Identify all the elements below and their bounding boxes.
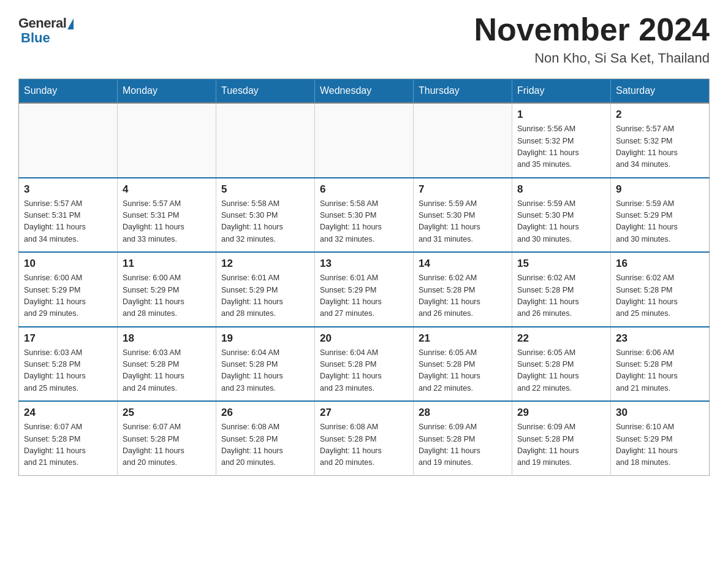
day-number: 12	[221, 258, 309, 270]
day-number: 5	[221, 183, 309, 196]
calendar-cell: 7Sunrise: 5:59 AM Sunset: 5:30 PM Daylig…	[414, 178, 512, 253]
day-info: Sunrise: 5:57 AM Sunset: 5:31 PM Dayligh…	[123, 198, 211, 246]
day-info: Sunrise: 6:04 AM Sunset: 5:28 PM Dayligh…	[221, 347, 309, 395]
day-number: 27	[320, 407, 408, 419]
logo-triangle-icon	[67, 18, 74, 29]
day-info: Sunrise: 6:08 AM Sunset: 5:28 PM Dayligh…	[320, 421, 408, 469]
day-number: 2	[616, 109, 704, 121]
day-number: 9	[616, 183, 704, 196]
day-info: Sunrise: 6:03 AM Sunset: 5:28 PM Dayligh…	[24, 347, 112, 395]
calendar-cell: 21Sunrise: 6:05 AM Sunset: 5:28 PM Dayli…	[414, 327, 512, 402]
calendar-cell: 6Sunrise: 5:58 AM Sunset: 5:30 PM Daylig…	[315, 178, 414, 253]
calendar-cell: 23Sunrise: 6:06 AM Sunset: 5:28 PM Dayli…	[611, 327, 710, 402]
day-info: Sunrise: 6:09 AM Sunset: 5:28 PM Dayligh…	[419, 421, 507, 469]
logo-general-text: General	[18, 15, 66, 31]
location-title: Non Kho, Si Sa Ket, Thailand	[474, 50, 710, 66]
weekday-header-sunday: Sunday	[19, 79, 118, 104]
calendar-cell: 11Sunrise: 6:00 AM Sunset: 5:29 PM Dayli…	[118, 252, 216, 327]
day-number: 11	[123, 258, 211, 270]
day-info: Sunrise: 6:02 AM Sunset: 5:28 PM Dayligh…	[616, 272, 704, 320]
calendar-cell: 20Sunrise: 6:04 AM Sunset: 5:28 PM Dayli…	[315, 327, 414, 402]
weekday-header-monday: Monday	[118, 79, 216, 104]
day-info: Sunrise: 6:06 AM Sunset: 5:28 PM Dayligh…	[616, 347, 704, 395]
day-number: 24	[24, 407, 112, 419]
calendar-cell: 30Sunrise: 6:10 AM Sunset: 5:29 PM Dayli…	[611, 401, 710, 475]
calendar-cell: 18Sunrise: 6:03 AM Sunset: 5:28 PM Dayli…	[118, 327, 216, 402]
day-number: 14	[419, 258, 507, 270]
weekday-header-wednesday: Wednesday	[315, 79, 414, 104]
day-number: 23	[616, 332, 704, 345]
day-info: Sunrise: 6:02 AM Sunset: 5:28 PM Dayligh…	[517, 272, 605, 320]
calendar-cell: 19Sunrise: 6:04 AM Sunset: 5:28 PM Dayli…	[216, 327, 315, 402]
calendar-cell: 12Sunrise: 6:01 AM Sunset: 5:29 PM Dayli…	[216, 252, 315, 327]
day-info: Sunrise: 5:59 AM Sunset: 5:30 PM Dayligh…	[517, 198, 605, 246]
day-info: Sunrise: 5:58 AM Sunset: 5:30 PM Dayligh…	[221, 198, 309, 246]
day-number: 7	[419, 183, 507, 196]
day-number: 17	[24, 332, 112, 345]
calendar-cell: 13Sunrise: 6:01 AM Sunset: 5:29 PM Dayli…	[315, 252, 414, 327]
month-title: November 2024	[474, 12, 710, 47]
weekday-header-saturday: Saturday	[611, 79, 710, 104]
calendar-cell: 5Sunrise: 5:58 AM Sunset: 5:30 PM Daylig…	[216, 178, 315, 253]
calendar-cell: 2Sunrise: 5:57 AM Sunset: 5:32 PM Daylig…	[611, 103, 710, 178]
day-info: Sunrise: 6:09 AM Sunset: 5:28 PM Dayligh…	[517, 421, 605, 469]
day-info: Sunrise: 5:59 AM Sunset: 5:30 PM Dayligh…	[419, 198, 507, 246]
logo-blue-text: Blue	[21, 30, 50, 46]
calendar-week-row: 24Sunrise: 6:07 AM Sunset: 5:28 PM Dayli…	[19, 401, 710, 475]
day-info: Sunrise: 5:57 AM Sunset: 5:31 PM Dayligh…	[24, 198, 112, 246]
day-number: 20	[320, 332, 408, 345]
calendar-cell: 15Sunrise: 6:02 AM Sunset: 5:28 PM Dayli…	[512, 252, 611, 327]
weekday-header-friday: Friday	[512, 79, 611, 104]
calendar-cell: 17Sunrise: 6:03 AM Sunset: 5:28 PM Dayli…	[19, 327, 118, 402]
day-number: 13	[320, 258, 408, 270]
day-number: 28	[419, 407, 507, 419]
calendar-cell	[414, 103, 512, 178]
calendar-cell: 16Sunrise: 6:02 AM Sunset: 5:28 PM Dayli…	[611, 252, 710, 327]
calendar-cell: 24Sunrise: 6:07 AM Sunset: 5:28 PM Dayli…	[19, 401, 118, 475]
calendar-header: SundayMondayTuesdayWednesdayThursdayFrid…	[19, 79, 710, 104]
day-info: Sunrise: 5:57 AM Sunset: 5:32 PM Dayligh…	[616, 123, 704, 171]
calendar-cell	[315, 103, 414, 178]
calendar-week-row: 17Sunrise: 6:03 AM Sunset: 5:28 PM Dayli…	[19, 327, 710, 402]
day-number: 15	[517, 258, 605, 270]
day-info: Sunrise: 6:05 AM Sunset: 5:28 PM Dayligh…	[517, 347, 605, 395]
calendar-body: 1Sunrise: 5:56 AM Sunset: 5:32 PM Daylig…	[19, 103, 710, 475]
day-number: 10	[24, 258, 112, 270]
day-info: Sunrise: 6:10 AM Sunset: 5:29 PM Dayligh…	[616, 421, 704, 469]
day-number: 25	[123, 407, 211, 419]
calendar-cell: 28Sunrise: 6:09 AM Sunset: 5:28 PM Dayli…	[414, 401, 512, 475]
day-number: 22	[517, 332, 605, 345]
calendar-cell: 8Sunrise: 5:59 AM Sunset: 5:30 PM Daylig…	[512, 178, 611, 253]
calendar-cell: 1Sunrise: 5:56 AM Sunset: 5:32 PM Daylig…	[512, 103, 611, 178]
day-number: 26	[221, 407, 309, 419]
weekday-header-tuesday: Tuesday	[216, 79, 315, 104]
calendar-cell: 14Sunrise: 6:02 AM Sunset: 5:28 PM Dayli…	[414, 252, 512, 327]
day-info: Sunrise: 6:08 AM Sunset: 5:28 PM Dayligh…	[221, 421, 309, 469]
page-header: General Blue November 2024 Non Kho, Si S…	[18, 12, 710, 66]
day-number: 8	[517, 183, 605, 196]
day-info: Sunrise: 6:05 AM Sunset: 5:28 PM Dayligh…	[419, 347, 507, 395]
calendar-week-row: 10Sunrise: 6:00 AM Sunset: 5:29 PM Dayli…	[19, 252, 710, 327]
day-number: 18	[123, 332, 211, 345]
day-number: 3	[24, 183, 112, 196]
day-info: Sunrise: 6:07 AM Sunset: 5:28 PM Dayligh…	[123, 421, 211, 469]
day-info: Sunrise: 6:07 AM Sunset: 5:28 PM Dayligh…	[24, 421, 112, 469]
day-number: 29	[517, 407, 605, 419]
calendar-cell: 29Sunrise: 6:09 AM Sunset: 5:28 PM Dayli…	[512, 401, 611, 475]
calendar-cell	[19, 103, 118, 178]
calendar-cell: 25Sunrise: 6:07 AM Sunset: 5:28 PM Dayli…	[118, 401, 216, 475]
day-number: 6	[320, 183, 408, 196]
day-info: Sunrise: 6:03 AM Sunset: 5:28 PM Dayligh…	[123, 347, 211, 395]
day-info: Sunrise: 6:00 AM Sunset: 5:29 PM Dayligh…	[24, 272, 112, 320]
title-area: November 2024 Non Kho, Si Sa Ket, Thaila…	[474, 12, 710, 66]
day-number: 1	[517, 109, 605, 121]
day-info: Sunrise: 6:02 AM Sunset: 5:28 PM Dayligh…	[419, 272, 507, 320]
day-number: 16	[616, 258, 704, 270]
logo: General Blue	[18, 12, 74, 46]
calendar-cell: 9Sunrise: 5:59 AM Sunset: 5:29 PM Daylig…	[611, 178, 710, 253]
calendar-week-row: 1Sunrise: 5:56 AM Sunset: 5:32 PM Daylig…	[19, 103, 710, 178]
day-number: 4	[123, 183, 211, 196]
day-info: Sunrise: 5:58 AM Sunset: 5:30 PM Dayligh…	[320, 198, 408, 246]
calendar-cell: 22Sunrise: 6:05 AM Sunset: 5:28 PM Dayli…	[512, 327, 611, 402]
day-info: Sunrise: 5:56 AM Sunset: 5:32 PM Dayligh…	[517, 123, 605, 171]
